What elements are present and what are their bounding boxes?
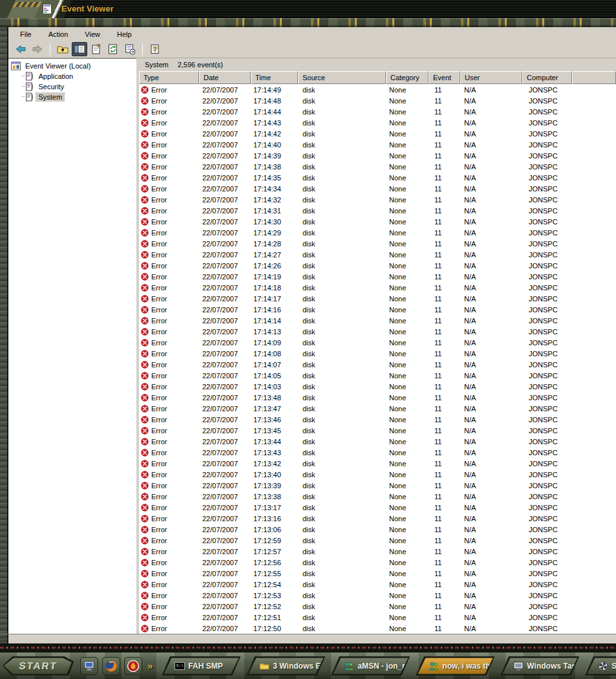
event-row[interactable]: Error 22/07/2007 17:14:49 disk None 11 N… xyxy=(139,84,616,95)
event-row[interactable]: Error 22/07/2007 17:14:34 disk None 11 N… xyxy=(139,183,616,194)
firefox-icon[interactable] xyxy=(102,657,120,675)
up-one-level-icon[interactable] xyxy=(55,42,70,56)
msn-buddy-icon xyxy=(344,661,354,671)
event-row[interactable]: Error 22/07/2007 17:14:43 disk None 11 N… xyxy=(139,117,616,128)
event-row[interactable]: Error 22/07/2007 17:12:50 disk None 11 N… xyxy=(139,623,616,634)
column-header-computer[interactable]: Computer xyxy=(522,71,572,84)
event-row[interactable]: Error 22/07/2007 17:12:55 disk None 11 N… xyxy=(139,568,616,579)
show-hide-console-tree-icon[interactable] xyxy=(72,42,87,56)
forward-icon[interactable] xyxy=(30,42,45,56)
event-user: N/A xyxy=(460,416,522,424)
column-header-event[interactable]: Event xyxy=(429,71,460,84)
event-row[interactable]: Error 22/07/2007 17:14:19 disk None 11 N… xyxy=(139,271,616,282)
event-row[interactable]: Error 22/07/2007 17:12:52 disk None 11 N… xyxy=(139,601,616,612)
event-computer: JONSPC xyxy=(522,537,572,544)
event-row[interactable]: Error 22/07/2007 17:12:53 disk None 11 N… xyxy=(139,590,616,601)
event-category: None xyxy=(386,427,429,435)
event-date: 22/07/2007 xyxy=(199,625,251,632)
column-header-source[interactable]: Source xyxy=(298,71,386,84)
event-row[interactable]: Error 22/07/2007 17:14:05 disk None 11 N… xyxy=(139,370,616,381)
column-header-category[interactable]: Category xyxy=(386,71,429,84)
task-windows-task-manager[interactable]: Windows Tas... xyxy=(500,656,579,676)
column-header-user[interactable]: User xyxy=(460,71,522,84)
event-row[interactable]: Error 22/07/2007 17:14:09 disk None 11 N… xyxy=(139,337,616,348)
event-row[interactable]: Error 22/07/2007 17:12:56 disk None 11 N… xyxy=(139,557,616,568)
tree-item-system[interactable]: ┄ System xyxy=(8,92,136,102)
tree-root-event-viewer[interactable]: Event Viewer (Local) xyxy=(8,61,136,71)
event-row[interactable]: Error 22/07/2007 17:12:51 disk None 11 N… xyxy=(139,612,616,623)
column-header-type[interactable]: Type xyxy=(139,71,199,84)
event-row[interactable]: Error 22/07/2007 17:14:14 disk None 11 N… xyxy=(139,315,616,326)
event-row[interactable]: Error 22/07/2007 17:14:17 disk None 11 N… xyxy=(139,293,616,304)
title-bar[interactable]: Event Viewer xyxy=(0,0,616,18)
event-row[interactable]: Error 22/07/2007 17:13:44 disk None 11 N… xyxy=(139,436,616,447)
event-row[interactable]: Error 22/07/2007 17:14:03 disk None 11 N… xyxy=(139,381,616,392)
start-button[interactable]: START xyxy=(3,656,74,676)
task-windows-explorer-group[interactable]: 3 Windows E... xyxy=(246,656,325,676)
event-row[interactable]: Error 22/07/2007 17:13:48 disk None 11 N… xyxy=(139,392,616,403)
refresh-icon[interactable] xyxy=(105,42,121,56)
flame-icon[interactable] xyxy=(124,657,142,675)
event-row[interactable]: Error 22/07/2007 17:12:54 disk None 11 N… xyxy=(139,579,616,590)
event-row[interactable]: Error 22/07/2007 17:13:43 disk None 11 N… xyxy=(139,447,616,458)
tree-item-application[interactable]: ┄ Application xyxy=(8,71,136,81)
event-row[interactable]: Error 22/07/2007 17:14:42 disk None 11 N… xyxy=(139,128,616,139)
event-row[interactable]: Error 22/07/2007 17:13:17 disk None 11 N… xyxy=(139,502,616,513)
computer-icon[interactable] xyxy=(80,657,98,675)
event-list-body: Error 22/07/2007 17:14:49 disk None 11 N… xyxy=(139,84,616,634)
event-row[interactable]: Error 22/07/2007 17:12:59 disk None 11 N… xyxy=(139,535,616,546)
event-row[interactable]: Error 22/07/2007 17:14:31 disk None 11 N… xyxy=(139,205,616,216)
properties-icon[interactable] xyxy=(89,42,104,56)
column-header-date[interactable]: Date xyxy=(199,71,251,84)
event-source: disk xyxy=(298,350,386,358)
column-header-time[interactable]: Time xyxy=(251,71,298,84)
export-list-icon[interactable] xyxy=(122,42,138,56)
task-amsn[interactable]: aMSN - jon_r... xyxy=(331,656,410,676)
event-row[interactable]: Error 22/07/2007 17:14:44 disk None 11 N… xyxy=(139,106,616,117)
task-msn-conversation-active[interactable]: now, i was thi... xyxy=(416,656,494,676)
event-row[interactable]: Error 22/07/2007 17:14:16 disk None 11 N… xyxy=(139,304,616,315)
tree-item-security[interactable]: ┄ Security xyxy=(8,81,136,92)
task-speedfan[interactable]: Spe xyxy=(585,656,616,676)
event-row[interactable]: Error 22/07/2007 17:13:39 disk None 11 N… xyxy=(139,480,616,491)
event-row[interactable]: Error 22/07/2007 17:14:07 disk None 11 N… xyxy=(139,359,616,370)
event-row[interactable]: Error 22/07/2007 17:13:42 disk None 11 N… xyxy=(139,458,616,469)
menu-view[interactable]: View xyxy=(79,29,106,39)
column-header-empty[interactable] xyxy=(572,71,616,84)
event-row[interactable]: Error 22/07/2007 17:13:40 disk None 11 N… xyxy=(139,469,616,480)
event-row[interactable]: Error 22/07/2007 17:14:27 disk None 11 N… xyxy=(139,249,616,260)
event-row[interactable]: Error 22/07/2007 17:14:28 disk None 11 N… xyxy=(139,238,616,249)
event-type: Error xyxy=(151,592,167,599)
menu-action[interactable]: Action xyxy=(43,29,74,39)
cell-type: Error xyxy=(139,350,199,358)
back-icon[interactable] xyxy=(13,42,28,56)
event-row[interactable]: Error 22/07/2007 17:14:35 disk None 11 N… xyxy=(139,172,616,183)
event-row[interactable]: Error 22/07/2007 17:14:26 disk None 11 N… xyxy=(139,260,616,271)
event-row[interactable]: Error 22/07/2007 17:13:16 disk None 11 N… xyxy=(139,513,616,524)
event-date: 22/07/2007 xyxy=(199,306,251,314)
event-row[interactable]: Error 22/07/2007 17:13:38 disk None 11 N… xyxy=(139,491,616,502)
event-row[interactable]: Error 22/07/2007 17:13:45 disk None 11 N… xyxy=(139,425,616,436)
help-icon[interactable]: ? xyxy=(147,42,163,56)
event-row[interactable]: Error 22/07/2007 17:14:29 disk None 11 N… xyxy=(139,227,616,238)
event-source: disk xyxy=(298,262,386,270)
event-row[interactable]: Error 22/07/2007 17:14:13 disk None 11 N… xyxy=(139,326,616,337)
event-row[interactable]: Error 22/07/2007 17:13:06 disk None 11 N… xyxy=(139,524,616,535)
event-row[interactable]: Error 22/07/2007 17:14:40 disk None 11 N… xyxy=(139,139,616,150)
event-row[interactable]: Error 22/07/2007 17:12:57 disk None 11 N… xyxy=(139,546,616,557)
event-row[interactable]: Error 22/07/2007 17:13:47 disk None 11 N… xyxy=(139,403,616,414)
event-row[interactable]: Error 22/07/2007 17:14:48 disk None 11 N… xyxy=(139,95,616,106)
event-source: disk xyxy=(298,306,386,314)
event-row[interactable]: Error 22/07/2007 17:14:18 disk None 11 N… xyxy=(139,282,616,293)
menu-help[interactable]: Help xyxy=(111,29,138,39)
menu-file[interactable]: File xyxy=(14,29,37,39)
event-row[interactable]: Error 22/07/2007 17:14:38 disk None 11 N… xyxy=(139,161,616,172)
event-row[interactable]: Error 22/07/2007 17:14:08 disk None 11 N… xyxy=(139,348,616,359)
event-user: N/A xyxy=(460,163,522,171)
event-row[interactable]: Error 22/07/2007 17:13:46 disk None 11 N… xyxy=(139,414,616,425)
task-fah-smp[interactable]: C:\ FAH SMP xyxy=(162,656,240,676)
event-row[interactable]: Error 22/07/2007 17:14:39 disk None 11 N… xyxy=(139,150,616,161)
event-row[interactable]: Error 22/07/2007 17:14:30 disk None 11 N… xyxy=(139,216,616,227)
quick-launch-overflow-chevron[interactable]: » xyxy=(147,660,153,671)
event-row[interactable]: Error 22/07/2007 17:14:32 disk None 11 N… xyxy=(139,194,616,205)
